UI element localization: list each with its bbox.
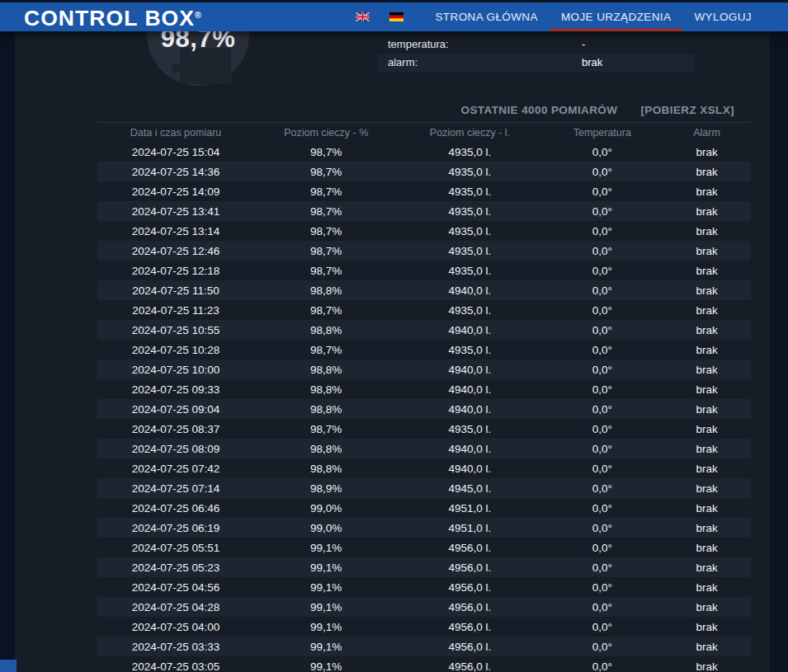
table-row: 2024-07-25 12:18 98,7% 4935,0 l. 0,0° br… bbox=[97, 261, 751, 280]
table-row: 2024-07-25 10:28 98,7% 4935,0 l. 0,0° br… bbox=[97, 340, 751, 359]
table-row: 2024-07-25 10:00 98,8% 4940,0 l. 0,0° br… bbox=[97, 359, 751, 379]
cell-alarm: brak bbox=[663, 637, 751, 656]
cell-alarm: brak bbox=[663, 280, 751, 300]
cell-percent: 98,7% bbox=[254, 340, 398, 359]
language-german[interactable] bbox=[389, 12, 403, 21]
cell-liters: 4940,0 l. bbox=[398, 379, 541, 399]
cell-temperature: 0,0° bbox=[542, 280, 663, 300]
table-row: 2024-07-25 05:23 99,1% 4956,0 l. 0,0° br… bbox=[97, 557, 751, 577]
cell-datetime: 2024-07-25 06:46 bbox=[97, 498, 254, 518]
cell-temperature: 0,0° bbox=[542, 359, 663, 379]
cell-temperature: 0,0° bbox=[542, 261, 663, 280]
cell-liters: 4956,0 l. bbox=[398, 637, 541, 656]
cell-datetime: 2024-07-25 07:14 bbox=[97, 478, 254, 498]
cell-temperature: 0,0° bbox=[542, 201, 663, 221]
cell-alarm: brak bbox=[663, 181, 751, 201]
cell-percent: 99,0% bbox=[254, 498, 398, 518]
cell-temperature: 0,0° bbox=[542, 162, 663, 181]
language-english[interactable] bbox=[356, 12, 370, 21]
cell-temperature: 0,0° bbox=[542, 577, 663, 597]
cell-liters: 4935,0 l. bbox=[398, 261, 541, 280]
cell-liters: 4951,0 l. bbox=[398, 498, 541, 518]
cell-temperature: 0,0° bbox=[542, 142, 663, 162]
cell-datetime: 2024-07-25 04:56 bbox=[97, 577, 254, 597]
cell-temperature: 0,0° bbox=[542, 557, 663, 577]
cell-percent: 98,7% bbox=[254, 300, 398, 320]
main-nav: STRONA GŁÓWNA MOJE URZĄDZENIA WYLOGUJ bbox=[356, 2, 763, 31]
cell-liters: 4935,0 l. bbox=[398, 201, 541, 221]
cell-liters: 4956,0 l. bbox=[398, 557, 541, 577]
cell-temperature: 0,0° bbox=[542, 221, 663, 241]
cell-percent: 98,8% bbox=[254, 379, 398, 399]
column-header-percent: Poziom cieczy - % bbox=[254, 123, 398, 142]
cell-datetime: 2024-07-25 08:37 bbox=[97, 419, 254, 439]
download-xslx-link[interactable]: [POBIERZ XSLX] bbox=[640, 102, 734, 119]
cell-percent: 99,0% bbox=[254, 518, 398, 538]
cell-liters: 4940,0 l. bbox=[398, 280, 541, 300]
table-row: 2024-07-25 04:00 99,1% 4956,0 l. 0,0° br… bbox=[97, 617, 751, 637]
cell-datetime: 2024-07-25 08:09 bbox=[97, 439, 254, 458]
cell-datetime: 2024-07-25 05:51 bbox=[97, 538, 254, 557]
cell-alarm: brak bbox=[663, 439, 751, 458]
cell-liters: 4935,0 l. bbox=[398, 300, 541, 320]
cell-liters: 4935,0 l. bbox=[398, 419, 541, 439]
cell-alarm: brak bbox=[663, 340, 751, 359]
temperatura-value: - bbox=[582, 35, 585, 54]
cell-percent: 98,7% bbox=[254, 241, 398, 261]
app-logo[interactable]: CONTROL BOX® bbox=[24, 7, 202, 31]
cell-percent: 98,7% bbox=[254, 221, 398, 241]
nav-item-moje-urzadzenia[interactable]: MOJE URZĄDZENIA bbox=[550, 2, 683, 31]
cell-liters: 4940,0 l. bbox=[398, 320, 541, 340]
cell-datetime: 2024-07-25 10:00 bbox=[97, 359, 254, 379]
table-row: 2024-07-25 10:55 98,8% 4940,0 l. 0,0° br… bbox=[97, 320, 751, 340]
cell-temperature: 0,0° bbox=[542, 656, 663, 672]
table-row: 2024-07-25 04:28 99,1% 4956,0 l. 0,0° br… bbox=[97, 597, 751, 617]
cell-datetime: 2024-07-25 04:00 bbox=[97, 617, 254, 637]
cell-temperature: 0,0° bbox=[542, 617, 663, 637]
cell-percent: 99,1% bbox=[254, 656, 398, 672]
cell-alarm: brak bbox=[663, 241, 751, 261]
cell-datetime: 2024-07-25 12:18 bbox=[97, 261, 254, 280]
nav-item-strona-glowna[interactable]: STRONA GŁÓWNA bbox=[423, 2, 549, 31]
cell-percent: 98,8% bbox=[254, 439, 398, 458]
gauge-value: 98,7% bbox=[139, 31, 257, 54]
cell-temperature: 0,0° bbox=[542, 320, 663, 340]
cell-percent: 98,8% bbox=[254, 359, 398, 379]
info-row-temperatura: temperatura: - bbox=[378, 35, 694, 54]
temperatura-label: temperatura: bbox=[378, 38, 449, 50]
column-header-liters: Poziom cieczy - l. bbox=[398, 123, 541, 142]
cell-percent: 98,8% bbox=[254, 458, 398, 478]
table-row: 2024-07-25 13:14 98,7% 4935,0 l. 0,0° br… bbox=[97, 221, 751, 241]
cell-alarm: brak bbox=[663, 261, 751, 280]
table-row: 2024-07-25 07:42 98,8% 4940,0 l. 0,0° br… bbox=[97, 458, 751, 478]
cell-temperature: 0,0° bbox=[542, 419, 663, 439]
cell-alarm: brak bbox=[663, 379, 751, 399]
cell-alarm: brak bbox=[663, 221, 751, 241]
cell-alarm: brak bbox=[663, 498, 751, 518]
cell-temperature: 0,0° bbox=[542, 637, 663, 656]
content-panel: 98,7% temperatura: - alarm: brak OSTATNI… bbox=[15, 31, 770, 672]
table-row: 2024-07-25 11:23 98,7% 4935,0 l. 0,0° br… bbox=[97, 300, 751, 320]
measurements-section-header: OSTATNIE 4000 POMIARÓW [POBIERZ XSLX] bbox=[461, 102, 734, 119]
device-info-table: temperatura: - alarm: brak bbox=[378, 35, 694, 72]
cell-alarm: brak bbox=[663, 478, 751, 498]
cell-datetime: 2024-07-25 14:36 bbox=[97, 162, 254, 181]
table-row: 2024-07-25 05:51 99,1% 4956,0 l. 0,0° br… bbox=[97, 538, 751, 557]
cell-temperature: 0,0° bbox=[542, 478, 663, 498]
cell-alarm: brak bbox=[663, 656, 751, 672]
cell-percent: 99,1% bbox=[254, 557, 398, 577]
corner-widget-button[interactable] bbox=[0, 660, 17, 672]
cell-liters: 4956,0 l. bbox=[398, 617, 541, 637]
cell-liters: 4940,0 l. bbox=[398, 458, 541, 478]
table-row: 2024-07-25 09:04 98,8% 4940,0 l. 0,0° br… bbox=[97, 399, 751, 419]
cell-liters: 4940,0 l. bbox=[398, 439, 541, 458]
table-row: 2024-07-25 14:09 98,7% 4935,0 l. 0,0° br… bbox=[97, 181, 751, 201]
cell-datetime: 2024-07-25 04:28 bbox=[97, 597, 254, 617]
cell-liters: 4940,0 l. bbox=[398, 399, 541, 419]
cell-datetime: 2024-07-25 03:33 bbox=[97, 637, 254, 656]
cell-percent: 98,9% bbox=[254, 478, 398, 498]
cell-temperature: 0,0° bbox=[542, 379, 663, 399]
cell-datetime: 2024-07-25 13:14 bbox=[97, 221, 254, 241]
cell-liters: 4935,0 l. bbox=[398, 162, 541, 181]
nav-item-wyloguj[interactable]: WYLOGUJ bbox=[682, 2, 763, 31]
